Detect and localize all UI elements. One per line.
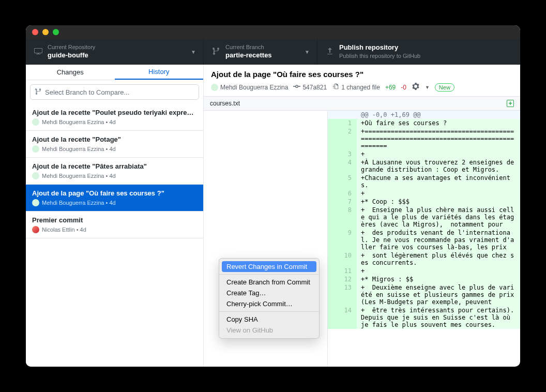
avatar bbox=[32, 226, 39, 233]
menu-item[interactable]: Create Branch from Commit bbox=[219, 277, 319, 288]
line-number: 4 bbox=[328, 158, 357, 174]
commit-author: Mehdi Bouguerra Ezzina bbox=[220, 84, 288, 91]
diff-line: 14+ être très intéressants pour certains… bbox=[328, 306, 520, 329]
commit-item[interactable]: Ajout de la recette "Potage"Mehdi Bougue… bbox=[26, 131, 203, 158]
line-content: + bbox=[357, 189, 520, 198]
line-content: +Où faire ses courses ? bbox=[357, 119, 520, 127]
menu-item[interactable]: Copy SHA bbox=[219, 314, 319, 325]
commit-item-meta: Mehdi Bouguerra Ezzina • 4d bbox=[32, 172, 197, 179]
repo-label: Current Repository bbox=[48, 43, 95, 51]
avatar bbox=[32, 118, 39, 126]
line-content: + sont légèrement plus élévés que chez s… bbox=[357, 251, 520, 267]
line-number bbox=[328, 111, 357, 119]
line-content: +* Migros : $$ bbox=[357, 275, 520, 283]
commit-item[interactable]: Ajout de la recette "Pâtes arrabiata"Meh… bbox=[26, 158, 203, 185]
line-number: 12 bbox=[328, 275, 357, 283]
diff-line: 12+* Migros : $$ bbox=[328, 275, 520, 283]
maximize-window-button[interactable] bbox=[53, 29, 59, 35]
diff-line: 10+ sont légèrement plus élévés que chez… bbox=[328, 251, 520, 267]
branch-compare-select[interactable]: Select Branch to Compare... bbox=[30, 84, 199, 100]
menu-item: View on GitHub bbox=[219, 325, 319, 336]
commit-list[interactable]: Ajout de la recette "Poulet pseudo teriy… bbox=[26, 104, 203, 367]
chevron-down-icon: ▼ bbox=[191, 49, 196, 55]
hunk-header: @@ -0,0 +1,69 @@ bbox=[357, 111, 520, 119]
repo-selector[interactable]: Current Repository guide-bouffe ▼ bbox=[26, 39, 204, 65]
diff-line: 7+* Coop : $$$ bbox=[328, 198, 520, 206]
diff-line: 3+ bbox=[328, 150, 520, 158]
menu-item[interactable]: Cherry-pick Commit… bbox=[219, 298, 319, 309]
diff-line: 4+À Lausanne vous trouverez 2 enseignes … bbox=[328, 158, 520, 174]
line-number: 6 bbox=[328, 189, 357, 198]
line-content: +À Lausanne vous trouverez 2 enseignes d… bbox=[357, 158, 520, 174]
line-number: 9 bbox=[328, 229, 357, 251]
file-header[interactable]: courses.txt + bbox=[204, 97, 520, 111]
commit-item[interactable]: Ajout de la recette "Poulet pseudo teriy… bbox=[26, 104, 203, 131]
repo-name: guide-bouffe bbox=[48, 51, 95, 60]
new-badge: New bbox=[435, 83, 454, 92]
branch-label: Current Branch bbox=[225, 43, 272, 51]
line-content: + bbox=[357, 150, 520, 158]
chevron-down-icon[interactable]: ▼ bbox=[425, 85, 430, 90]
branch-name: partie-recettes bbox=[225, 51, 272, 60]
diff-line: 9+ des produits venant de l'internationa… bbox=[328, 229, 520, 251]
line-number: 13 bbox=[328, 283, 357, 306]
diff-line: 2+======================================… bbox=[328, 127, 520, 150]
line-number: 3 bbox=[328, 150, 357, 158]
line-number: 5 bbox=[328, 174, 357, 189]
branch-icon bbox=[35, 88, 42, 97]
diff-new-pane[interactable]: @@ -0,0 +1,69 @@1+Où faire ses courses ?… bbox=[328, 111, 520, 367]
line-content: +Chacune a ses avantages et inconvénient… bbox=[357, 174, 520, 189]
commit-item-title: Premier commit bbox=[32, 216, 197, 224]
publish-sub: Publish this repository to GitHub bbox=[339, 52, 420, 59]
menu-separator bbox=[219, 311, 319, 312]
line-number: 1 bbox=[328, 119, 357, 127]
commit-item-author-time: Mehdi Bouguerra Ezzina • 4d bbox=[42, 173, 116, 179]
minimize-window-button[interactable] bbox=[42, 29, 49, 35]
avatar bbox=[211, 84, 218, 91]
commit-sha: 547a821 bbox=[302, 84, 327, 91]
line-number: 11 bbox=[328, 267, 357, 275]
line-content: +=======================================… bbox=[357, 127, 520, 150]
commit-item-title: Ajout de la recette "Potage" bbox=[32, 135, 197, 143]
app-window: Current Repository guide-bouffe ▼ Curren… bbox=[26, 25, 520, 367]
commit-item[interactable]: Ajout de la page "Où faire ses courses ?… bbox=[26, 185, 203, 212]
additions-count: +69 bbox=[385, 84, 396, 91]
gear-icon[interactable] bbox=[412, 82, 420, 92]
line-number: 14 bbox=[328, 306, 357, 329]
tab-changes[interactable]: Changes bbox=[26, 65, 115, 80]
commit-item-author-time: Mehdi Bouguerra Ezzina • 4d bbox=[42, 146, 116, 152]
file-added-icon: + bbox=[507, 100, 514, 107]
desktop-icon bbox=[34, 47, 42, 57]
commit-item-author-time: Mehdi Bouguerra Ezzina • 4d bbox=[42, 200, 116, 206]
line-content: + Enseigne la plus chère mais aussi cell… bbox=[357, 206, 520, 229]
diff-line: 8+ Enseigne la plus chère mais aussi cel… bbox=[328, 206, 520, 229]
publish-label: Publish repository bbox=[339, 43, 420, 52]
diff-line: 5+Chacune a ses avantages et inconvénien… bbox=[328, 174, 520, 189]
branch-selector[interactable]: Current Branch partie-recettes ▼ bbox=[204, 39, 317, 65]
deletions-count: -0 bbox=[401, 84, 406, 91]
commit-item-title: Ajout de la recette "Poulet pseudo teriy… bbox=[32, 109, 197, 116]
upload-icon bbox=[326, 47, 334, 57]
commit-item-meta: Nicolas Ettlin • 4d bbox=[32, 226, 197, 233]
avatar bbox=[32, 145, 39, 153]
menu-item[interactable]: Revert Changes in Commit bbox=[222, 261, 316, 272]
commit-item-meta: Mehdi Bouguerra Ezzina • 4d bbox=[32, 199, 197, 206]
menu-item[interactable]: Create Tag… bbox=[219, 288, 319, 298]
tab-history[interactable]: History bbox=[115, 65, 204, 80]
commit-icon bbox=[293, 83, 300, 92]
line-content: + des produits venant de l'international… bbox=[357, 229, 520, 251]
commit-item[interactable]: Premier commitNicolas Ettlin • 4d bbox=[26, 212, 203, 238]
titlebar[interactable] bbox=[26, 25, 520, 39]
diff-line: 6+ bbox=[328, 189, 520, 198]
commit-title: Ajout de la page "Où faire ses courses ?… bbox=[211, 70, 513, 79]
diff-icon bbox=[332, 83, 339, 92]
line-number: 2 bbox=[328, 127, 357, 150]
menu-separator bbox=[219, 274, 319, 275]
commit-context-menu: Revert Changes in CommitCreate Branch fr… bbox=[219, 258, 320, 339]
close-window-button[interactable] bbox=[32, 29, 38, 35]
chevron-down-icon: ▼ bbox=[305, 49, 310, 55]
avatar bbox=[32, 199, 39, 206]
changed-files: 1 changed file bbox=[341, 84, 380, 91]
publish-button[interactable]: Publish repository Publish this reposito… bbox=[317, 39, 520, 65]
line-content: + être très intéressants pour certains).… bbox=[357, 306, 520, 329]
